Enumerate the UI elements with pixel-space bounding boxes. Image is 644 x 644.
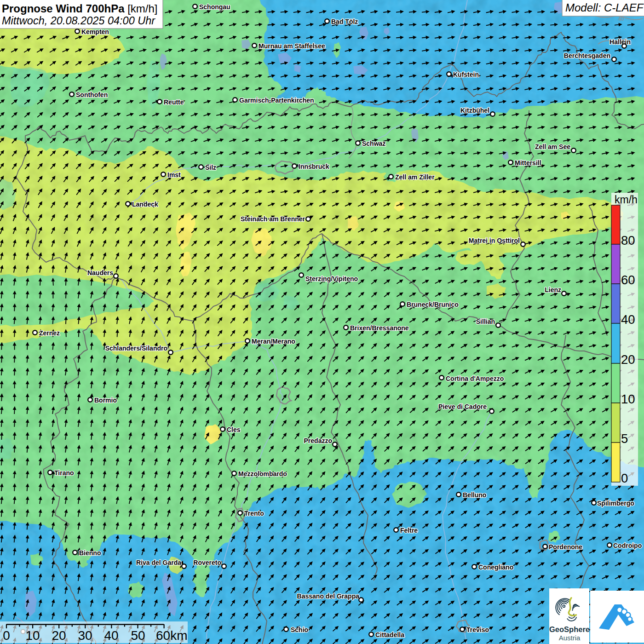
svg-text:20: 20 [52,628,66,643]
svg-text:Lienz: Lienz [545,286,561,293]
svg-text:Meran/Merano: Meran/Merano [252,338,295,345]
svg-text:Sonthofen: Sonthofen [76,91,108,98]
svg-text:Bienno: Bienno [79,549,101,557]
svg-text:Hallein: Hallein [610,38,631,46]
svg-text:Kitzbühel: Kitzbühel [460,107,489,114]
svg-text:0: 0 [3,628,10,643]
svg-text:10: 10 [25,628,40,643]
svg-text:60km: 60km [156,628,187,643]
svg-text:Zernez: Zernez [39,329,60,337]
svg-text:Innsbruck: Innsbruck [299,163,329,170]
svg-text:10: 10 [621,392,635,406]
svg-text:Tirano: Tirano [54,469,74,477]
svg-text:Belluno: Belluno [463,491,486,499]
svg-text:Schlanders/Silandro: Schlanders/Silandro [105,345,167,352]
svg-text:Codroipo: Codroipo [613,542,642,549]
svg-text:Steinach am Brenner: Steinach am Brenner [241,215,305,223]
svg-text:30: 30 [78,628,92,643]
svg-text:Austria: Austria [559,634,581,642]
svg-text:Reutte: Reutte [164,98,184,106]
svg-text:Predazzo: Predazzo [304,437,332,444]
svg-text:Conegliano: Conegliano [478,564,513,571]
svg-text:40: 40 [621,312,635,327]
svg-text:Bassano del Grappa: Bassano del Grappa [297,592,360,600]
svg-text:km/h: km/h [615,194,638,206]
svg-text:Prognose Wind 700hPa [km/h]: Prognose Wind 700hPa [km/h] [2,2,158,15]
svg-text:Schongau: Schongau [199,3,230,11]
svg-text:60: 60 [621,273,635,287]
svg-text:Landeck: Landeck [132,201,158,208]
svg-text:Kufstein: Kufstein [453,71,479,78]
svg-text:80: 80 [621,233,635,247]
svg-text:Nauders: Nauders [87,269,113,276]
svg-text:50: 50 [131,628,145,643]
svg-text:Sillian: Sillian [476,318,495,325]
svg-text:Matrei in Osttirol: Matrei in Osttirol [469,237,520,244]
svg-text:Garmisch-Partenkirchen: Garmisch-Partenkirchen [239,97,314,104]
svg-text:Cortina d'Ampezzo: Cortina d'Ampezzo [446,375,504,382]
svg-text:Mezzolombardo: Mezzolombardo [238,470,287,477]
svg-text:Pordenone: Pordenone [549,543,582,551]
svg-text:Feltre: Feltre [400,527,418,534]
svg-text:Cittadella: Cittadella [375,631,404,638]
svg-text:GeoSphere: GeoSphere [549,625,590,633]
svg-text:Riva del Garda: Riva del Garda [136,559,181,566]
svg-text:Schwaz: Schwaz [362,140,385,147]
svg-text:Kempten: Kempten [81,28,109,35]
svg-text:Cles: Cles [227,426,241,433]
svg-text:Zell am Ziller: Zell am Ziller [395,173,435,181]
svg-text:5: 5 [621,431,628,446]
svg-text:40: 40 [104,628,118,643]
svg-text:Pieve di Cadore: Pieve di Cadore [438,403,487,410]
svg-text:Bruneck/Brunico: Bruneck/Brunico [407,301,459,308]
svg-text:Brixen/Bressanone: Brixen/Bressanone [350,324,409,332]
svg-text:0: 0 [621,471,628,485]
svg-text:Berchtesgaden: Berchtesgaden [564,52,610,59]
svg-text:Mittersill: Mittersill [515,159,541,167]
svg-text:Zell am See: Zell am See [535,143,570,150]
svg-text:Sterzing/Vipiteno: Sterzing/Vipiteno [305,275,358,282]
svg-text:Treviso: Treviso [466,626,489,633]
svg-text:Rovereto: Rovereto [193,559,221,566]
svg-text:Bad Tölz: Bad Tölz [331,18,358,25]
svg-text:Schio: Schio [291,626,308,633]
svg-text:Murnau am Staffelsee: Murnau am Staffelsee [259,42,325,50]
svg-text:Mittwoch, 20.08.2025 04:00 Uhr: Mittwoch, 20.08.2025 04:00 Uhr [2,15,155,27]
svg-text:Imst: Imst [167,171,181,178]
svg-text:Modell: C-LAEF: Modell: C-LAEF [565,1,644,14]
svg-text:Silz: Silz [205,164,216,171]
svg-text:Spilimbergo: Spilimbergo [597,500,634,507]
svg-text:20: 20 [621,352,635,367]
svg-text:Bormio: Bormio [94,397,117,404]
svg-text:Trento: Trento [244,510,264,517]
